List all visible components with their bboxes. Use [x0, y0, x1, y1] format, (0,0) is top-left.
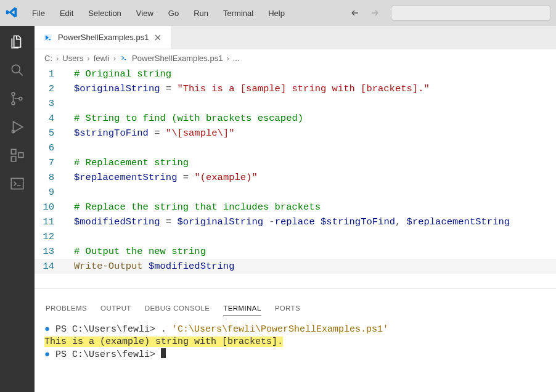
code-line[interactable]: 9: [35, 185, 556, 200]
code-content[interactable]: # Output the new string: [65, 244, 556, 259]
powershell-file-icon: [43, 33, 53, 43]
line-number: 4: [35, 111, 65, 126]
extensions-icon[interactable]: [9, 147, 26, 164]
code-line[interactable]: 6: [35, 141, 556, 155]
line-number: 12: [35, 229, 65, 244]
terminal-line: ● PS C:\Users\fewli>: [44, 348, 546, 361]
line-number: 10: [35, 200, 65, 214]
breadcrumb-segment[interactable]: ...: [233, 54, 240, 63]
editor-tabs: PowerShellExamples.ps1: [35, 26, 556, 49]
line-number: 5: [35, 126, 65, 141]
code-content[interactable]: [65, 185, 556, 200]
code-content[interactable]: # String to find (with brackets escaped): [65, 111, 556, 126]
code-content[interactable]: # Original string: [65, 67, 556, 81]
terminal-line: ● PS C:\Users\fewli> . 'C:\Users\fewli\P…: [44, 324, 546, 336]
chevron-right-icon: ›: [226, 54, 229, 63]
bullet-icon: ●: [44, 324, 55, 335]
bullet-icon: ●: [44, 349, 55, 360]
svg-point-3: [19, 97, 22, 100]
svg-point-0: [12, 65, 20, 73]
line-number: 13: [35, 244, 65, 259]
line-number: 9: [35, 185, 65, 200]
panel-tab-debug-console[interactable]: DEBUG CONSOLE: [145, 304, 210, 316]
line-number: 3: [35, 96, 65, 111]
svg-rect-8: [11, 178, 23, 189]
menu-selection[interactable]: Selection: [82, 5, 127, 22]
code-line[interactable]: 13# Output the new string: [35, 244, 556, 259]
panel-tab-output[interactable]: OUTPUT: [100, 304, 131, 316]
code-content[interactable]: [65, 96, 556, 111]
search-icon[interactable]: [9, 62, 26, 79]
vscode-logo-icon: [5, 6, 20, 20]
line-number: 1: [35, 67, 65, 81]
code-content[interactable]: $modifiedString = $originalString -repla…: [65, 214, 556, 229]
line-number: 8: [35, 170, 65, 185]
code-line[interactable]: 14Write-Output $modifiedString: [35, 259, 556, 274]
panel-tabs: PROBLEMSOUTPUTDEBUG CONSOLETERMINALPORTS: [35, 300, 556, 320]
title-bar: FileEditSelectionViewGoRunTerminalHelp: [0, 0, 556, 26]
breadcrumb-segment[interactable]: PowerShellExamples.ps1: [132, 54, 223, 63]
menu-edit[interactable]: Edit: [54, 5, 80, 22]
line-number: 14: [35, 259, 65, 274]
code-line[interactable]: 12: [35, 229, 556, 244]
code-content[interactable]: $stringToFind = "\[sample\]": [65, 126, 556, 141]
chevron-right-icon: ›: [113, 54, 116, 63]
panel-tab-problems[interactable]: PROBLEMS: [46, 304, 87, 316]
command-center-search[interactable]: [391, 5, 551, 21]
terminal[interactable]: ● PS C:\Users\fewli> . 'C:\Users\fewli\P…: [35, 320, 556, 392]
explorer-icon[interactable]: [9, 33, 26, 51]
panel-tab-terminal[interactable]: TERMINAL: [223, 304, 261, 316]
code-content[interactable]: # Replace the string that includes brack…: [65, 200, 556, 214]
code-content[interactable]: [65, 229, 556, 244]
breadcrumb-segment[interactable]: C:: [44, 54, 52, 63]
bottom-panel: PROBLEMSOUTPUTDEBUG CONSOLETERMINALPORTS…: [35, 288, 556, 392]
line-number: 6: [35, 141, 65, 155]
powershell-file-icon: [120, 54, 128, 62]
code-line[interactable]: 11$modifiedString = $originalString -rep…: [35, 214, 556, 229]
terminal-panel-icon[interactable]: [9, 175, 26, 192]
svg-rect-7: [18, 153, 23, 158]
panel-sash[interactable]: [35, 289, 556, 300]
menu-go[interactable]: Go: [162, 5, 185, 22]
code-content[interactable]: $originalString = "This is a [sample] st…: [65, 81, 556, 96]
code-line[interactable]: 5$stringToFind = "\[sample\]": [35, 126, 556, 141]
menu-view[interactable]: View: [130, 5, 160, 22]
panel-tab-ports[interactable]: PORTS: [275, 304, 300, 316]
menu-help[interactable]: Help: [262, 5, 291, 22]
code-line[interactable]: 10# Replace the string that includes bra…: [35, 200, 556, 214]
breadcrumb[interactable]: C:›Users›fewli›PowerShellExamples.ps1›..…: [35, 49, 556, 67]
svg-point-1: [12, 92, 15, 96]
line-number: 11: [35, 214, 65, 229]
code-content[interactable]: # Replacement string: [65, 155, 556, 170]
svg-rect-5: [11, 149, 16, 154]
line-number: 2: [35, 81, 65, 96]
menu-terminal[interactable]: Terminal: [217, 5, 260, 22]
menu-file[interactable]: File: [26, 5, 51, 22]
chevron-right-icon: ›: [87, 54, 89, 63]
editor-main: PowerShellExamples.ps1 C:›Users›fewli›Po…: [35, 26, 556, 392]
code-content[interactable]: Write-Output $modifiedString: [65, 259, 556, 274]
svg-rect-6: [11, 157, 16, 161]
breadcrumb-segment[interactable]: Users: [62, 54, 83, 63]
nav-back-button[interactable]: [346, 4, 364, 22]
editor-tab[interactable]: PowerShellExamples.ps1: [35, 26, 171, 49]
chevron-right-icon: ›: [56, 54, 59, 63]
close-icon[interactable]: [153, 33, 162, 42]
breadcrumb-segment[interactable]: fewli: [94, 54, 110, 63]
code-editor[interactable]: 1# Original string2$originalString = "Th…: [35, 67, 556, 288]
menu-run[interactable]: Run: [187, 5, 215, 22]
code-line[interactable]: 1# Original string: [35, 67, 556, 81]
terminal-cursor: [161, 348, 166, 358]
code-line[interactable]: 4# String to find (with brackets escaped…: [35, 111, 556, 126]
code-line[interactable]: 2$originalString = "This is a [sample] s…: [35, 81, 556, 96]
code-content[interactable]: $replacementString = "(example)": [65, 170, 556, 185]
tab-filename: PowerShellExamples.ps1: [58, 33, 149, 42]
code-line[interactable]: 8$replacementString = "(example)": [35, 170, 556, 185]
svg-point-2: [12, 102, 15, 105]
code-line[interactable]: 7# Replacement string: [35, 155, 556, 170]
code-content[interactable]: [65, 141, 556, 155]
code-line[interactable]: 3: [35, 96, 556, 111]
run-debug-icon[interactable]: [9, 118, 26, 136]
nav-forward-button[interactable]: [366, 4, 383, 22]
source-control-icon[interactable]: [9, 90, 26, 107]
